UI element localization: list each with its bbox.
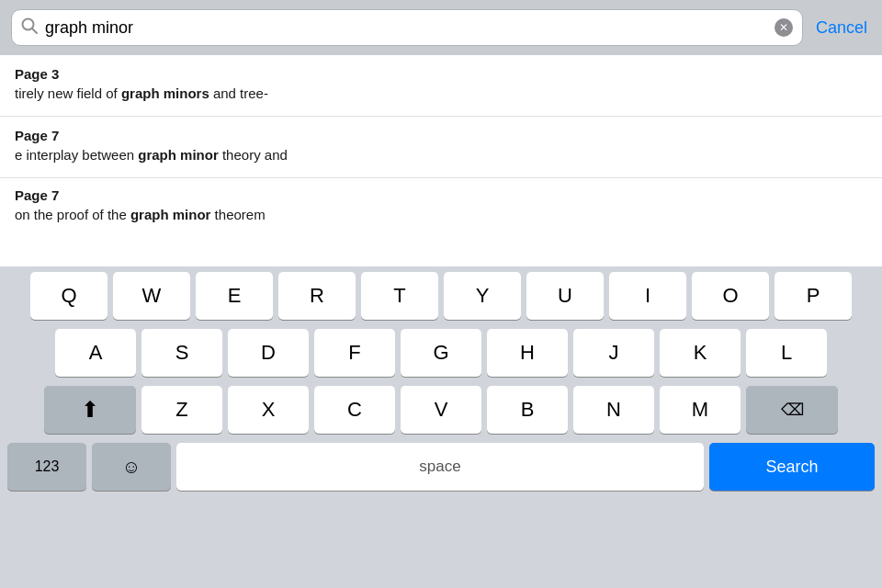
key-y[interactable]: Y <box>444 272 521 320</box>
search-input-wrapper: ✕ <box>11 9 803 46</box>
key-q[interactable]: Q <box>30 272 107 320</box>
key-w[interactable]: W <box>113 272 190 320</box>
key-k[interactable]: K <box>660 329 741 377</box>
keyboard-row-1: Q W E R T Y U I O P <box>4 272 878 320</box>
keyboard-row-3: ⬆ Z X C V B N M ⌫ <box>4 386 878 434</box>
result-page-3: Page 7 <box>15 187 867 203</box>
result-item-2[interactable]: Page 7 e interplay between graph minor t… <box>0 117 882 178</box>
key-d[interactable]: D <box>228 329 309 377</box>
svg-line-1 <box>32 28 37 33</box>
key-p[interactable]: P <box>775 272 852 320</box>
key-n[interactable]: N <box>573 386 654 434</box>
result-item-3[interactable]: Page 7 on the proof of the graph minor t… <box>0 178 882 224</box>
result-text-3: on the proof of the graph minor theorem <box>15 205 867 224</box>
delete-key[interactable]: ⌫ <box>746 386 838 434</box>
shift-key[interactable]: ⬆ <box>44 386 136 434</box>
key-c[interactable]: C <box>314 386 395 434</box>
key-l[interactable]: L <box>746 329 827 377</box>
key-t[interactable]: T <box>361 272 438 320</box>
key-e[interactable]: E <box>196 272 273 320</box>
result-text-1: tirely new field of graph minors and tre… <box>15 84 867 103</box>
key-a[interactable]: A <box>55 329 136 377</box>
clear-icon[interactable]: ✕ <box>775 18 793 37</box>
result-page-2: Page 7 <box>15 128 867 143</box>
key-b[interactable]: B <box>487 386 568 434</box>
key-v[interactable]: V <box>401 386 481 434</box>
keyboard-row-4: 123 ☺ space Search <box>4 443 878 491</box>
key-j[interactable]: J <box>573 329 654 377</box>
key-x[interactable]: X <box>228 386 309 434</box>
search-input[interactable] <box>45 18 767 38</box>
key-m[interactable]: M <box>660 386 741 434</box>
result-page-1: Page 3 <box>15 66 867 82</box>
search-icon <box>21 17 38 38</box>
space-key[interactable]: space <box>176 443 704 491</box>
key-r[interactable]: R <box>278 272 356 320</box>
result-text-2: e interplay between graph minor theory a… <box>15 145 867 164</box>
key-z[interactable]: Z <box>141 386 222 434</box>
cancel-button[interactable]: Cancel <box>812 18 871 38</box>
numbers-key[interactable]: 123 <box>7 443 86 491</box>
key-s[interactable]: S <box>141 329 222 377</box>
results-container: Page 3 tirely new field of graph minors … <box>0 55 882 266</box>
result-item-1[interactable]: Page 3 tirely new field of graph minors … <box>0 55 882 117</box>
search-key[interactable]: Search <box>709 443 875 491</box>
search-bar-container: ✕ Cancel <box>0 0 882 55</box>
key-f[interactable]: F <box>314 329 395 377</box>
key-h[interactable]: H <box>487 329 568 377</box>
key-i[interactable]: I <box>609 272 686 320</box>
emoji-key[interactable]: ☺ <box>92 443 171 491</box>
keyboard-row-2: A S D F G H J K L <box>4 329 878 377</box>
keyboard: Q W E R T Y U I O P A S D F G H J K L ⬆ … <box>0 266 882 588</box>
key-u[interactable]: U <box>526 272 604 320</box>
key-g[interactable]: G <box>401 329 481 377</box>
key-o[interactable]: O <box>692 272 769 320</box>
